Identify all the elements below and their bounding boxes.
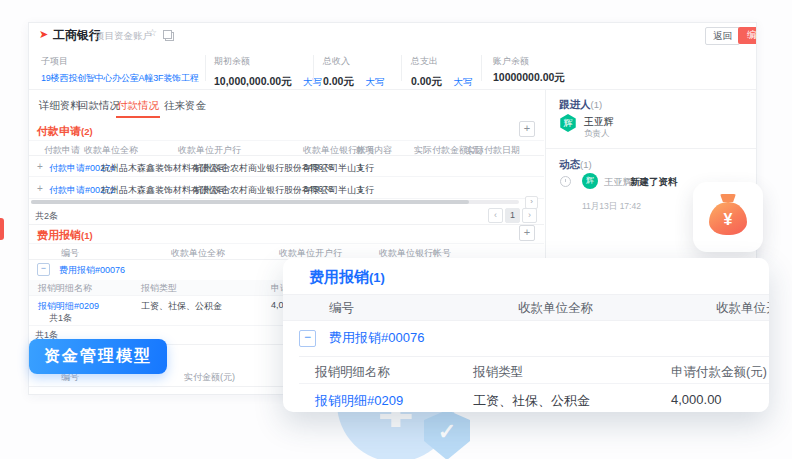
add-expense-claim-button[interactable]: +: [519, 225, 535, 241]
expand-row-icon[interactable]: +: [37, 161, 43, 172]
bank-cell: 杭州联合农村商业银行股份有限公司半山支行: [194, 162, 374, 175]
column-header: 申请付款金额(元): [671, 364, 767, 381]
page: ➤ 工商银行 项目资金账户 ☆ 返回 编辑 子项目 19楼西投创智中心办公室A幢…: [0, 0, 792, 459]
overlay-section-title: 费用报销(1): [309, 268, 385, 287]
edit-button[interactable]: 编辑: [738, 27, 757, 44]
field-label: 子项目: [41, 55, 199, 68]
account-cell: 345678: [303, 184, 333, 194]
column-header: 编号: [329, 300, 354, 317]
section-count: (2): [81, 126, 93, 137]
section-title-text: 付款申请: [37, 125, 81, 137]
page-next-button[interactable]: ›: [522, 208, 537, 223]
activity-avatar[interactable]: 辉: [582, 173, 598, 189]
section-title-expense-claims: 费用报销(1): [37, 228, 93, 243]
field-label: 账户余额: [493, 55, 565, 68]
expand-icon[interactable]: [165, 32, 174, 41]
field-label: 总收入: [323, 55, 384, 68]
follower-name[interactable]: 王亚辉: [584, 115, 614, 129]
account-cell: 345678: [303, 162, 333, 172]
follower-role: 负责人: [584, 128, 610, 140]
moneybag-knot: [720, 194, 736, 202]
field-total-income: 总收入 0.00元 大写: [323, 55, 384, 89]
column-header: 报销明细名称: [38, 282, 92, 295]
collapse-row-icon[interactable]: −: [299, 330, 316, 347]
overlay-title-text: 费用报销: [309, 268, 369, 285]
bank-cell: 杭州联合农村商业银行股份有限公司半山支行: [194, 184, 374, 197]
decor-red-sliver: [0, 218, 4, 240]
expense-amount-cell: 4,000.00: [671, 392, 722, 407]
overlay-count: (1): [369, 270, 385, 285]
expense-claims-zoom-card: 费用报销(1) 编号 收款单位全称 收款单位开户行 − 费用报销#00076 报…: [283, 258, 769, 412]
divider: [205, 55, 206, 81]
field-value: 0.00元: [411, 75, 442, 87]
field-label: 期初余额: [214, 55, 322, 68]
divider: [29, 198, 544, 199]
column-header: 收款单位全称: [518, 300, 593, 317]
horizontal-scrollbar-thumb[interactable]: [31, 200, 469, 204]
column-header: 报销类型: [473, 364, 523, 381]
field-value: 10,000,000.00元: [214, 75, 292, 87]
divider: [299, 383, 769, 384]
field-opening-balance: 期初余额 10,000,000.00元 大写: [214, 55, 322, 89]
activity-title: 动态(1): [559, 158, 592, 172]
section-title-text: 费用报销: [37, 229, 81, 241]
activity-time: 11月13日 17:42: [582, 201, 641, 213]
section-count: (1): [81, 230, 93, 241]
row-count-label: 共2条: [35, 210, 58, 223]
daxie-link[interactable]: 大写: [453, 76, 472, 87]
expand-row-icon[interactable]: +: [37, 183, 43, 194]
column-header: 实付金额(元): [184, 371, 235, 384]
followers-title: 跟进人(1): [559, 98, 602, 112]
followers-count: (1): [591, 99, 603, 110]
expense-type-cell: 工资、社保、公积金: [473, 392, 590, 410]
divider: [401, 55, 402, 81]
app-logo-icon: ➤: [39, 28, 48, 41]
divider: [29, 224, 544, 225]
star-icon[interactable]: ☆: [148, 27, 157, 38]
divider: [29, 140, 544, 141]
clock-icon: [560, 176, 571, 187]
page-number[interactable]: 1: [505, 208, 520, 223]
page-title: 工商银行: [53, 27, 101, 44]
shield-check-icon: ✓: [424, 410, 470, 459]
field-label: 总支出: [411, 55, 472, 68]
field-account-balance: 账户余额 10000000.00元: [493, 55, 565, 85]
record-type-tag: 项目资金账户: [95, 30, 152, 43]
moneybag-card: ¥: [693, 182, 763, 252]
activity-actor[interactable]: 王亚辉: [604, 176, 633, 189]
page-prev-button[interactable]: ‹: [488, 208, 503, 223]
add-payment-request-button[interactable]: +: [519, 121, 535, 137]
activity-count: (1): [580, 159, 592, 170]
moneybag-icon: ¥: [709, 202, 747, 235]
horizontal-scrollbar-track[interactable]: [31, 200, 519, 204]
back-button[interactable]: 返回: [705, 27, 740, 45]
divider: [299, 356, 769, 357]
table-row: + 付款申请#00272 杭州品木森鑫装饰材料有限公司 杭州联合农村商业银行股份…: [29, 177, 544, 199]
activity-action: 新建了资料: [630, 176, 678, 189]
divider: [481, 55, 482, 81]
section-title-payment-requests: 付款申请(2): [37, 124, 93, 139]
module-badge: 资金管理模型: [29, 339, 167, 374]
subproject-link[interactable]: 19楼西投创智中心办公室A幢3F装饰工程: [41, 72, 199, 85]
divider: [29, 243, 544, 244]
field-subproject: 子项目 19楼西投创智中心办公室A幢3F装饰工程: [41, 55, 199, 85]
field-value: 0.00元: [323, 75, 354, 87]
table-row: + 付款申请#00274 杭州品木森鑫装饰材料有限公司 杭州联合农村商业银行股份…: [29, 155, 544, 177]
divider: [546, 148, 757, 149]
content-cell: 1: [358, 184, 363, 194]
activity-title-text: 动态: [559, 158, 580, 170]
daxie-link[interactable]: 大写: [365, 76, 384, 87]
expense-claim-link[interactable]: 费用报销#00076: [329, 329, 424, 347]
expense-claim-link[interactable]: 费用报销#00076: [59, 264, 125, 277]
column-header: 报销类型: [141, 282, 177, 295]
row-count-label: 共1条: [49, 312, 72, 325]
field-total-expense: 总支出 0.00元 大写: [411, 55, 472, 89]
expense-detail-link[interactable]: 报销明细#0209: [315, 392, 403, 410]
column-header: 收款单位开户行: [716, 300, 769, 317]
content-cell: 1: [358, 162, 363, 172]
column-header: 报销明细名称: [315, 364, 390, 381]
collapse-row-icon[interactable]: −: [37, 263, 50, 276]
followers-title-text: 跟进人: [559, 98, 591, 110]
follower-avatar[interactable]: 辉: [559, 114, 577, 132]
divider: [313, 55, 314, 81]
